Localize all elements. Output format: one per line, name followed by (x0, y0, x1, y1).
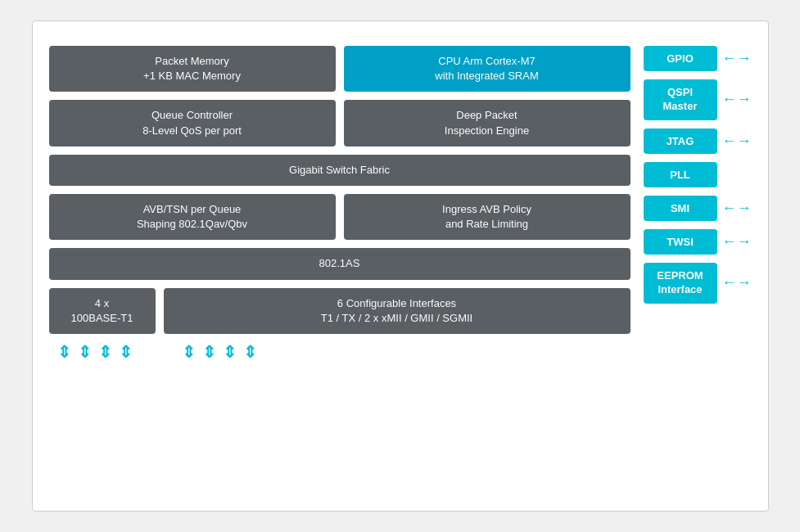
arrows-group-left: ⇕ ⇕ ⇕ ⇕ (57, 342, 133, 362)
arrow-4: ⇕ (119, 342, 133, 362)
configurable-block: 6 Configurable Interfaces T1 / TX / 2 x … (164, 288, 631, 334)
eeprom-arrow: ←→ (722, 274, 752, 291)
row-3: Gigabit Switch Fabric (49, 155, 631, 186)
pll-block: PLL (644, 162, 717, 187)
left-section: Packet Memory +1 KB MAC Memory CPU Arm C… (49, 46, 631, 494)
row-2: Queue Controller 8-Level QoS per port De… (49, 100, 631, 146)
deep-packet-block: Deep Packet Inspection Engine (344, 100, 631, 146)
qspi-row: QSPI Master ←→ (644, 79, 752, 120)
row-6: 4 x 100BASE-T1 6 Configurable Interfaces… (49, 288, 631, 334)
arrow-8: ⇕ (243, 342, 257, 362)
eeprom-block: EEPROM Interface (644, 263, 717, 304)
gigabit-switch-block: Gigabit Switch Fabric (49, 155, 631, 186)
queue-controller-block: Queue Controller 8-Level QoS per port (49, 100, 336, 146)
avb-tsn-block: AVB/TSN per Queue Shaping 802.1Qav/Qbv (49, 194, 336, 240)
qspi-arrow: ←→ (722, 91, 752, 108)
jtag-block: JTAG (644, 128, 717, 154)
base-t1-block: 4 x 100BASE-T1 (49, 288, 156, 334)
twsi-block: TWSI (644, 229, 717, 255)
row-4: AVB/TSN per Queue Shaping 802.1Qav/Qbv I… (49, 194, 631, 240)
row-1: Packet Memory +1 KB MAC Memory CPU Arm C… (49, 46, 631, 92)
arrows-group-right: ⇕ ⇕ ⇕ ⇕ (182, 342, 257, 362)
bottom-arrows: ⇕ ⇕ ⇕ ⇕ ⇕ ⇕ ⇕ ⇕ (49, 342, 631, 362)
arrow-5: ⇕ (182, 342, 196, 362)
arrow-1: ⇕ (57, 342, 71, 362)
gpio-block: GPIO (644, 46, 717, 71)
pll-row: PLL (644, 162, 717, 187)
twsi-row: TWSI ←→ (644, 229, 752, 255)
jtag-arrow: ←→ (722, 133, 752, 150)
ieee-block: 802.1AS (49, 248, 631, 279)
smi-row: SMI ←→ (644, 196, 752, 221)
eeprom-row: EEPROM Interface ←→ (644, 263, 752, 304)
packet-memory-block: Packet Memory +1 KB MAC Memory (49, 46, 336, 92)
smi-arrow: ←→ (722, 200, 752, 217)
gpio-row: GPIO ←→ (644, 46, 752, 71)
arrow-6: ⇕ (202, 342, 216, 362)
ingress-avb-block: Ingress AVB Policy and Rate Limiting (344, 194, 631, 240)
diagram-container: Packet Memory +1 KB MAC Memory CPU Arm C… (32, 20, 769, 512)
gpio-arrow: ←→ (722, 50, 752, 67)
cpu-arm-block: CPU Arm Cortex-M7 with Integrated SRAM (344, 46, 631, 92)
qspi-block: QSPI Master (644, 79, 717, 120)
arrow-3: ⇕ (98, 342, 112, 362)
arrow-2: ⇕ (78, 342, 92, 362)
smi-block: SMI (644, 196, 717, 221)
twsi-arrow: ←→ (722, 233, 752, 250)
jtag-row: JTAG ←→ (644, 128, 752, 154)
row-5: 802.1AS (49, 248, 631, 279)
arrow-7: ⇕ (223, 342, 237, 362)
right-section: GPIO ←→ QSPI Master ←→ JTAG ←→ PLL SMI ←… (644, 46, 752, 494)
